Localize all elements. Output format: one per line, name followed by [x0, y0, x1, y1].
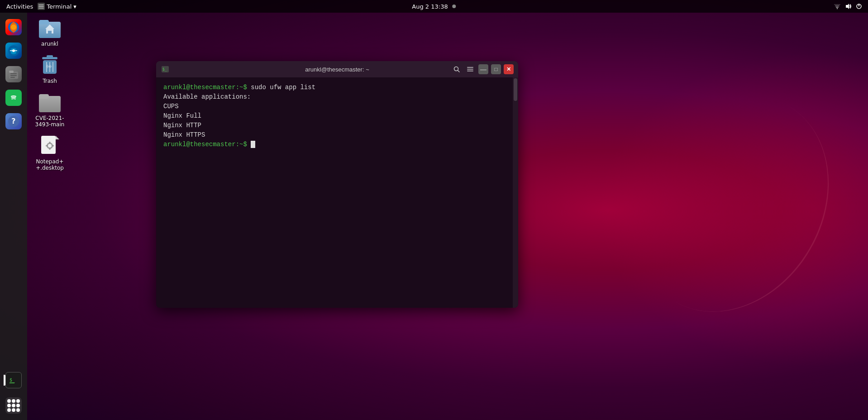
scrollbar-track[interactable]	[513, 77, 518, 308]
volume-icon[interactable]	[844, 3, 852, 10]
svg-rect-0	[38, 5, 44, 5]
dock-item-spotify[interactable]	[3, 87, 24, 109]
terminal-line-7: arunkl@thesecmaster:~$	[163, 140, 511, 149]
svg-rect-53	[467, 71, 473, 72]
system-tray	[834, 3, 868, 10]
svg-rect-3	[837, 8, 838, 9]
notepad-image	[39, 135, 61, 157]
scrollbar-thumb[interactable]	[514, 78, 517, 101]
terminal-body[interactable]: arunkl@thesecmaster:~$ sudo ufw app list…	[156, 77, 518, 308]
terminal-menu-label: Terminal	[47, 3, 72, 10]
dock-item-apps[interactable]	[3, 395, 24, 416]
terminal-cursor	[251, 141, 255, 148]
svg-text:$_: $_	[162, 67, 167, 72]
output-5: Nginx HTTP	[163, 122, 201, 129]
dock-item-thunderbird[interactable]	[3, 40, 24, 62]
dock: ? $_	[0, 13, 27, 420]
terminal-title-icon: $_	[161, 65, 170, 74]
svg-marker-7	[846, 4, 849, 9]
terminal-line-1: arunkl@thesecmaster:~$ sudo ufw app list	[163, 83, 511, 92]
terminal-menu-icon	[38, 3, 45, 10]
spotify-icon	[5, 90, 22, 106]
desktop: Activities Terminal ▾ Aug 2 13:38	[0, 0, 868, 420]
terminal-menu-arrow: ▾	[73, 3, 76, 10]
network-icon[interactable]	[834, 3, 841, 10]
svg-rect-52	[467, 69, 473, 70]
svg-rect-4	[836, 7, 839, 8]
svg-point-13	[12, 49, 15, 52]
terminal-search-button[interactable]	[451, 64, 462, 75]
cve-folder-image	[39, 91, 61, 113]
panel-datetime[interactable]: Aug 2 13:38	[412, 3, 456, 10]
svg-rect-30	[47, 55, 53, 58]
firefox-icon	[5, 19, 22, 35]
active-indicator	[4, 375, 5, 386]
svg-point-19	[9, 93, 18, 102]
prompt-1: arunkl@thesecmaster:~$	[163, 84, 251, 91]
desktop-icons: arunkl Trash	[32, 17, 68, 171]
output-3: CUPS	[163, 103, 179, 110]
svg-text:$_: $_	[10, 377, 15, 383]
desktop-icon-trash[interactable]: Trash	[32, 54, 68, 84]
svg-rect-1	[38, 6, 44, 7]
home-folder-label: arunkl	[41, 41, 58, 47]
terminal-icon: $_	[5, 372, 22, 388]
terminal-title-left: $_	[161, 65, 170, 74]
terminal-close-button[interactable]: ✕	[504, 64, 514, 74]
desktop-icon-notepad[interactable]: Notepad++.desktop	[32, 135, 68, 171]
svg-rect-6	[834, 4, 840, 5]
output-2: Available applications:	[163, 93, 251, 100]
svg-rect-43	[49, 142, 51, 143]
dock-item-terminal[interactable]: $_	[3, 369, 24, 391]
apps-dots	[7, 399, 20, 412]
command-1: sudo ufw app list	[251, 84, 315, 91]
svg-rect-51	[467, 67, 473, 68]
dock-item-files[interactable]	[3, 63, 24, 85]
terminal-controls: — □ ✕	[451, 64, 514, 75]
terminal-menu-button[interactable]	[465, 64, 476, 75]
svg-point-42	[48, 144, 52, 148]
help-icon: ?	[5, 113, 22, 129]
desktop-icon-cve[interactable]: CVE-2021-3493-main	[32, 91, 68, 128]
prompt-2: arunkl@thesecmaster:~$	[163, 141, 251, 148]
terminal-window: $_ arunkl@thesecmaster: ~	[156, 61, 518, 308]
svg-rect-5	[835, 5, 839, 6]
terminal-maximize-button[interactable]: □	[491, 64, 501, 74]
desktop-icon-home[interactable]: arunkl	[32, 17, 68, 47]
svg-text:?: ?	[11, 117, 15, 125]
terminal-title-text: arunkl@thesecmaster: ~	[305, 66, 369, 73]
home-folder-image	[39, 17, 61, 39]
svg-marker-39	[56, 136, 59, 139]
svg-rect-16	[10, 73, 17, 74]
dock-item-help[interactable]: ?	[3, 110, 24, 132]
datetime-text: Aug 2 13:38	[412, 3, 448, 10]
svg-point-11	[11, 24, 16, 30]
svg-rect-18	[10, 77, 15, 78]
output-4: Nginx Full	[163, 112, 201, 119]
files-icon	[5, 66, 22, 82]
terminal-line-5: Nginx HTTP	[163, 121, 511, 130]
dock-item-firefox[interactable]	[3, 16, 24, 38]
trash-label: Trash	[43, 78, 57, 84]
terminal-line-4: Nginx Full	[163, 111, 511, 121]
svg-rect-46	[52, 145, 54, 147]
thunderbird-icon	[5, 43, 22, 59]
notification-dot	[453, 5, 456, 8]
terminal-menu[interactable]: Terminal ▾	[38, 3, 76, 10]
terminal-line-3: CUPS	[163, 102, 511, 111]
svg-rect-2	[38, 8, 44, 9]
svg-rect-17	[10, 75, 17, 76]
svg-rect-27	[39, 20, 49, 24]
svg-rect-37	[39, 94, 49, 99]
terminal-line-2: Available applications:	[163, 92, 511, 102]
apps-grid-icon	[5, 397, 22, 414]
terminal-minimize-button[interactable]: —	[478, 64, 488, 74]
output-6: Nginx HTTPS	[163, 131, 205, 138]
activities-button[interactable]: Activities	[4, 3, 36, 10]
cve-folder-label: CVE-2021-3493-main	[32, 115, 68, 128]
power-icon[interactable]	[855, 3, 863, 10]
svg-rect-15	[9, 71, 14, 73]
top-panel: Activities Terminal ▾ Aug 2 13:38	[0, 0, 868, 13]
svg-rect-45	[46, 145, 48, 147]
svg-rect-44	[49, 148, 51, 150]
